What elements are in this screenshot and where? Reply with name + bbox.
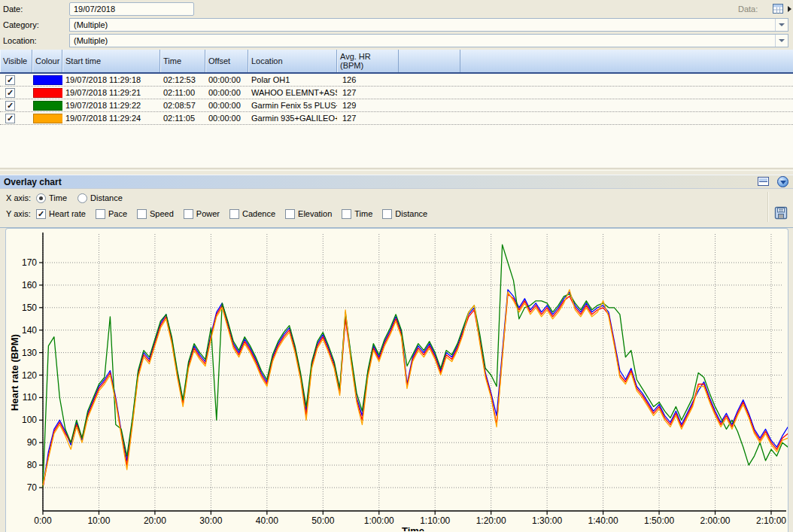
y-axis-option-speed[interactable]: Speed xyxy=(137,209,174,219)
start-time-cell: 19/07/2018 11:29:24 xyxy=(62,114,160,123)
y-axis-option-elevation[interactable]: Elevation xyxy=(285,209,332,219)
x-axis-option-time[interactable]: Time xyxy=(36,193,67,203)
option-label: Pace xyxy=(108,209,127,218)
column-header-avg-hr-bpm-[interactable]: Avg. HR (BPM) xyxy=(337,50,399,72)
table-row[interactable]: ✓19/07/2018 11:29:1802:12:5300:00:00Pola… xyxy=(0,74,793,87)
start-time-cell: 19/07/2018 11:29:18 xyxy=(62,75,160,84)
category-dropdown-button[interactable] xyxy=(775,19,788,31)
visible-cell: ✓ xyxy=(0,75,32,85)
x-tick-label: 2:10:00 xyxy=(756,515,786,526)
checkbox[interactable] xyxy=(184,209,193,219)
y-axis-option-pace[interactable]: Pace xyxy=(96,209,127,219)
start-time-cell: 19/07/2018 11:29:21 xyxy=(62,88,160,97)
data-grid-icon[interactable] xyxy=(772,3,784,14)
y-tick-label: 170 xyxy=(22,257,37,268)
offset-cell: 00:00:00 xyxy=(205,101,248,110)
radio-button[interactable] xyxy=(36,193,46,203)
visible-checkbox[interactable]: ✓ xyxy=(5,114,15,123)
overlay-chart-svg[interactable]: 7080901001101201301401501601700:0010:002… xyxy=(6,229,788,531)
checkbox[interactable] xyxy=(285,209,295,219)
column-header-offset[interactable]: Offset xyxy=(205,50,248,72)
option-label: Distance xyxy=(395,209,427,218)
x-tick-label: 30:00 xyxy=(199,515,222,526)
column-header-colour[interactable]: Colour xyxy=(32,50,62,72)
colour-swatch[interactable] xyxy=(33,75,62,85)
visible-checkbox[interactable]: ✓ xyxy=(5,75,15,85)
y-tick-label: 150 xyxy=(22,302,37,313)
offset-cell: 00:00:00 xyxy=(205,114,248,123)
checkbox[interactable] xyxy=(96,209,105,219)
x-tick-label: 10:00 xyxy=(87,515,110,526)
x-axis-options: TimeDistance xyxy=(36,193,123,203)
x-tick-label: 1:10:00 xyxy=(420,515,450,526)
option-label: Time xyxy=(354,209,372,218)
table-row[interactable]: ✓19/07/2018 11:29:2102:11:0000:00:00WAHO… xyxy=(0,87,793,99)
checkbox[interactable] xyxy=(229,209,239,219)
y-tick-label: 140 xyxy=(22,325,37,336)
column-header-spacer xyxy=(399,50,460,72)
location-cell: Garmin 935+GALILEO+... xyxy=(248,114,337,123)
colour-swatch[interactable] xyxy=(33,114,62,123)
checkbox[interactable] xyxy=(137,209,147,219)
data-flyout-arrow[interactable] xyxy=(788,6,791,12)
column-header-location[interactable]: Location xyxy=(248,50,337,72)
y-axis-option-power[interactable]: Power xyxy=(184,209,220,219)
visible-checkbox[interactable]: ✓ xyxy=(5,101,15,111)
offset-cell: 00:00:00 xyxy=(205,75,248,84)
location-value: (Multiple) xyxy=(74,36,108,45)
column-header-start-time[interactable]: Start time xyxy=(62,50,160,72)
x-tick-label: 0:00 xyxy=(34,515,52,526)
colour-cell xyxy=(32,114,62,123)
location-select[interactable]: (Multiple) xyxy=(69,34,788,47)
category-select[interactable]: (Multiple) xyxy=(69,18,788,32)
y-axis-option-heart-rate[interactable]: ✓Heart rate xyxy=(36,209,86,219)
y-axis-option-time[interactable]: Time xyxy=(342,209,372,219)
offset-cell: 00:00:00 xyxy=(205,88,248,97)
column-header-visible[interactable]: Visible xyxy=(0,50,32,72)
x-tick-label: 1:40:00 xyxy=(588,515,618,526)
chevron-down-icon xyxy=(779,39,785,42)
time-cell: 02:08:57 xyxy=(160,101,205,110)
colour-swatch[interactable] xyxy=(33,101,62,111)
radio-button[interactable] xyxy=(77,193,87,203)
window-layout-icon[interactable] xyxy=(758,177,769,186)
date-input[interactable]: 19/07/2018 xyxy=(69,2,194,16)
save-chart-button[interactable] xyxy=(774,206,788,220)
y-axis-option-cadence[interactable]: Cadence xyxy=(229,209,275,219)
option-label: Heart rate xyxy=(49,209,86,218)
collapse-section-button[interactable] xyxy=(777,176,788,187)
y-tick-label: 100 xyxy=(22,415,37,425)
table-body: ✓19/07/2018 11:29:1802:12:5300:00:00Pola… xyxy=(0,74,793,168)
option-label: Time xyxy=(49,193,67,202)
overlay-chart-title: Overlay chart xyxy=(0,177,62,187)
column-header-time[interactable]: Time xyxy=(160,50,205,72)
visible-checkbox[interactable]: ✓ xyxy=(5,88,15,98)
avg-hr-cell: 127 xyxy=(337,114,399,123)
chevron-down-icon xyxy=(779,23,785,26)
date-value: 19/07/2018 xyxy=(74,5,115,14)
location-cell: WAHOO ELEMNT+ASSI... xyxy=(248,88,337,97)
data-label: Data: xyxy=(738,2,758,16)
y-axis-options-row: Y axis: ✓Heart ratePaceSpeedPowerCadence… xyxy=(6,208,427,220)
checkbox[interactable]: ✓ xyxy=(36,209,46,219)
x-tick-label: 1:30:00 xyxy=(532,515,562,526)
colour-cell xyxy=(32,75,62,85)
x-axis-option-distance[interactable]: Distance xyxy=(77,193,123,203)
checkbox[interactable] xyxy=(382,209,392,219)
x-tick-label: 2:00:00 xyxy=(700,515,730,526)
y-axis-option-distance[interactable]: Distance xyxy=(382,209,427,219)
table-row[interactable]: ✓19/07/2018 11:29:2202:08:5700:00:00Garm… xyxy=(0,99,793,112)
location-dropdown-button[interactable] xyxy=(775,35,788,47)
category-value: (Multiple) xyxy=(74,20,108,29)
y-axis-title: Heart rate (BPM) xyxy=(9,334,20,411)
y-tick-label: 130 xyxy=(22,348,37,358)
x-tick-label: 1:20:00 xyxy=(476,515,506,526)
option-label: Distance xyxy=(90,193,123,202)
checkbox[interactable] xyxy=(342,209,351,219)
visible-cell: ✓ xyxy=(0,101,32,111)
colour-cell xyxy=(32,88,62,98)
colour-cell xyxy=(32,101,62,111)
x-tick-label: 40:00 xyxy=(256,515,278,526)
table-row[interactable]: ✓19/07/2018 11:29:2402:11:0500:00:00Garm… xyxy=(0,112,793,125)
colour-swatch[interactable] xyxy=(33,88,62,98)
